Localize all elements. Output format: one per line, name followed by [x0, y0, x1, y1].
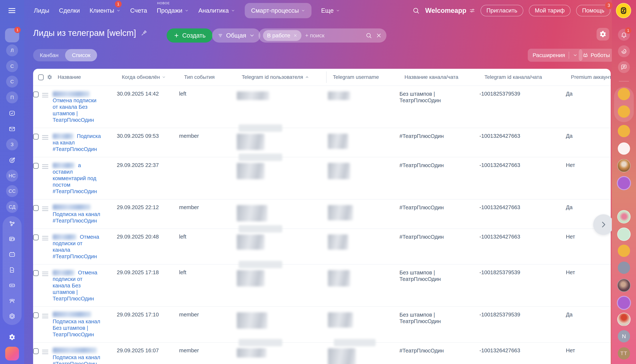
sidebar-item-team[interactable]: [6, 295, 18, 307]
column-header-premium[interactable]: Premium аккаунт: [571, 74, 611, 80]
list-settings-button[interactable]: [596, 28, 609, 40]
column-header-name[interactable]: Название: [58, 74, 122, 80]
nav-item-more[interactable]: Еще: [321, 7, 340, 14]
pipeline-filter-button[interactable]: Общая: [212, 28, 260, 42]
search-bar[interactable]: В работе + поиск: [258, 28, 386, 42]
drag-handle-icon[interactable]: [42, 164, 53, 169]
lead-name-link[interactable]: Подписка на канал #ТеатрПлюсОдин: [53, 354, 100, 364]
sidebar-item-contact-fitness[interactable]: [617, 210, 630, 224]
row-checkbox[interactable]: [33, 163, 39, 169]
sidebar-item-saved[interactable]: [618, 88, 630, 100]
sidebar-item-documents[interactable]: [6, 264, 18, 276]
sidebar-item-welcomeapp-bot[interactable]: [618, 125, 630, 137]
sidebar-item-mail[interactable]: [6, 123, 18, 135]
extensions-button[interactable]: Расширения: [528, 49, 582, 62]
menu-toggle[interactable]: [8, 0, 16, 21]
sidebar-item-storage[interactable]: [6, 280, 18, 291]
drag-handle-icon[interactable]: [42, 93, 53, 98]
filter-tag[interactable]: В работе: [263, 30, 302, 41]
drag-handle-icon[interactable]: [42, 314, 53, 318]
sidebar-item-ai-swirl-2[interactable]: [617, 296, 631, 310]
sidebar-item-pipeline-ns[interactable]: НС: [6, 170, 18, 182]
row-checkbox[interactable]: [33, 134, 39, 140]
sidebar-item-sber-integration[interactable]: [618, 142, 630, 155]
column-header-event-type[interactable]: Тип события: [184, 74, 242, 80]
my-plan-button[interactable]: Мой тариф: [529, 5, 571, 16]
lead-name-cell: Подписка на канал #ТеатрПлюсОдин: [53, 204, 105, 224]
sidebar-item-settings[interactable]: [6, 331, 18, 343]
column-header-tg-chat-id[interactable]: Telegram id канала/чата: [484, 74, 571, 80]
sidebar-item-bot-robot[interactable]: [617, 228, 630, 241]
sidebar-item-booster[interactable]: [5, 347, 19, 360]
create-button[interactable]: Создать: [166, 28, 212, 42]
expand-panel-button[interactable]: [593, 214, 614, 235]
nav-item-clients[interactable]: Клиенты1: [90, 7, 120, 14]
drag-handle-icon[interactable]: [42, 350, 53, 354]
nav-item-analytics[interactable]: Аналитика: [198, 7, 235, 14]
sidebar-item-smart-links[interactable]: [618, 106, 630, 118]
nav-item-deals[interactable]: Сделки: [59, 7, 80, 14]
global-search-icon[interactable]: [412, 7, 420, 14]
sidebar-item-tasks[interactable]: [6, 107, 18, 119]
sidebar-item-integrations[interactable]: [6, 218, 18, 230]
sidebar-item-contact-man[interactable]: [617, 279, 630, 292]
nav-item-invoices[interactable]: Счета: [130, 7, 147, 14]
nav-item-sales[interactable]: НОВОЕПродажи: [157, 7, 189, 14]
sidebar-item-chat-sync[interactable]: [618, 61, 630, 73]
column-header-tg-user-id[interactable]: Telegram id пользователя: [242, 74, 326, 80]
lead-name-link[interactable]: Подписка на канал #ТеатрПлюсОдин: [53, 211, 100, 224]
remove-tag-icon[interactable]: [293, 34, 297, 38]
premium-flag: Да: [566, 133, 611, 139]
sidebar-item-pipeline-p[interactable]: П: [6, 92, 18, 103]
sidebar-item-contact-elder[interactable]: [617, 159, 630, 172]
column-header-updated[interactable]: Когда обновлён: [122, 74, 184, 80]
drag-handle-icon[interactable]: [42, 206, 53, 211]
columns-settings-icon[interactable]: [47, 74, 58, 80]
column-header-tg-username[interactable]: Telegram username: [333, 74, 404, 80]
view-tab-list[interactable]: Список: [65, 49, 97, 61]
sidebar-item-whale-bot[interactable]: [618, 245, 630, 257]
sidebar-item-products[interactable]: [6, 310, 18, 322]
search-icon[interactable]: [366, 32, 372, 39]
sidebar-item-smart-process-active[interactable]: 1: [5, 28, 19, 42]
lead-name-link[interactable]: Подписка на канал Без штампов | ТеатрПлю…: [53, 318, 100, 338]
row-checkbox[interactable]: [33, 234, 39, 240]
sidebar-item-ai-swirl-1[interactable]: [617, 176, 631, 190]
select-all-checkbox[interactable]: [38, 74, 44, 80]
clear-search-icon[interactable]: [376, 32, 382, 39]
robots-button[interactable]: Роботы: [579, 49, 614, 62]
sidebar-item-ai-assistant[interactable]: [618, 45, 630, 57]
account-switcher[interactable]: Welcomeapp: [425, 7, 475, 14]
sidebar-item-notifications[interactable]: 1: [618, 29, 630, 41]
sidebar-item-pipeline-z[interactable]: З: [6, 138, 18, 150]
drag-handle-icon[interactable]: [42, 135, 53, 140]
row-checkbox[interactable]: [33, 270, 39, 276]
nav-item-smart-processes[interactable]: Смарт-процессы: [245, 3, 312, 18]
sidebar-item-news[interactable]: [6, 233, 18, 245]
row-checkbox[interactable]: [33, 92, 39, 98]
sidebar-item-contact-woman[interactable]: [617, 313, 630, 326]
sidebar-item-pipeline-l[interactable]: Л: [6, 44, 18, 56]
help-button[interactable]: Помощь3: [576, 5, 610, 16]
avatar[interactable]: [616, 3, 631, 18]
row-checkbox[interactable]: [33, 348, 39, 354]
sidebar-item-docs-bot[interactable]: [618, 262, 630, 274]
nav-item-leads[interactable]: Лиды: [34, 7, 49, 14]
sidebar-item-pipeline-sd[interactable]: СД: [6, 201, 18, 213]
sidebar-item-pipeline-s2[interactable]: С: [6, 76, 18, 88]
row-checkbox[interactable]: [33, 312, 39, 318]
sidebar-item-contact-n[interactable]: N: [618, 330, 630, 342]
sidebar-item-pipeline-s1[interactable]: С: [6, 60, 18, 72]
drag-handle-icon[interactable]: [42, 272, 53, 276]
pin-icon[interactable]: [141, 30, 148, 36]
sidebar-item-contact-tt[interactable]: TT: [618, 347, 630, 360]
column-header-channel-name[interactable]: Название канала/чата: [404, 74, 484, 80]
lead-name-link[interactable]: Отмена подписки от канала Без штампов | …: [53, 98, 96, 123]
row-checkbox[interactable]: [33, 205, 39, 211]
sidebar-item-pipeline-ss[interactable]: СС: [6, 185, 18, 197]
invite-button[interactable]: Пригласить: [480, 5, 523, 16]
drag-handle-icon[interactable]: [42, 236, 53, 240]
sidebar-item-goals[interactable]: [6, 154, 18, 166]
sidebar-item-calendar[interactable]: [6, 248, 18, 260]
view-tab-kanban[interactable]: Канбан: [33, 49, 65, 61]
